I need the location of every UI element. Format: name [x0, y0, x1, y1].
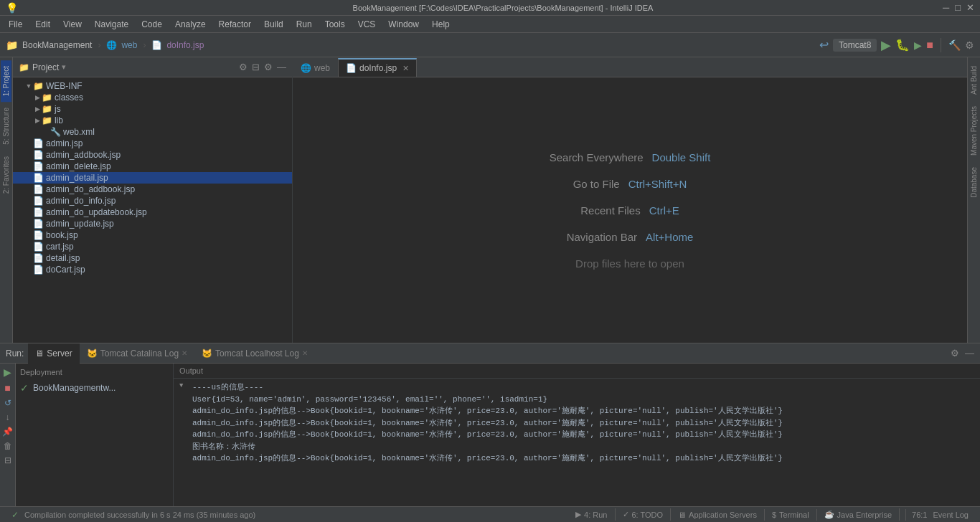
tree-item-admin-do-updatebook[interactable]: 📄 admin_do_updatebook.jsp [13, 207, 292, 218]
status-tab-run[interactable]: ▶ 4: Run [568, 508, 615, 521]
run-clear-icon[interactable]: 🗑 [4, 441, 12, 451]
status-bar: ✓ Compilation completed successfully in … [0, 506, 980, 522]
menu-item-help[interactable]: Help [426, 18, 456, 31]
shortcut-nav-bar: Navigation Bar Alt+Home [567, 231, 694, 243]
editor-area: 🌐 web 📄 doInfo.jsp ✕ Search Everywhere D… [293, 57, 967, 343]
tree-item-admin-addbook[interactable]: 📄 admin_addbook.jsp [13, 149, 292, 161]
server-name: BookManagementw... [33, 383, 116, 393]
tree-item-admin-delete[interactable]: 📄 admin_delete.jsp [13, 161, 292, 172]
tree-item-docart-jsp[interactable]: 📄 doCart.jsp [13, 264, 292, 275]
breadcrumb-web[interactable]: web [121, 40, 137, 50]
menu-item-tools[interactable]: Tools [319, 18, 351, 31]
run-body: ▶ ■ ↺ ↓ 📌 🗑 ⊟ Deployment ✓ BookManagemen… [0, 364, 980, 506]
shortcut-goto-file: Go to File Ctrl+Shift+N [573, 178, 687, 190]
tree-item-lib[interactable]: ▶ 📁 lib [13, 115, 292, 126]
window-title: BookManagement [F:\Codes\IDEA\PracticalP… [63, 4, 943, 12]
run-rerun-icon[interactable]: ↺ [4, 398, 11, 408]
settings2-icon[interactable]: ⚙ [264, 62, 273, 72]
run-config-label[interactable]: Tomcat8 [833, 39, 877, 52]
debug-button[interactable]: 🐛 [895, 38, 910, 52]
editor-content: Search Everywhere Double Shift Go to Fil… [293, 77, 967, 343]
database-tab[interactable]: Database [969, 161, 979, 204]
collapse-icon[interactable]: ⊟ [252, 62, 260, 72]
project-panel-title: Project [32, 62, 59, 72]
toolbar: 📁 BookManagement › 🌐 web › 📄 doInfo.jsp … [0, 33, 980, 57]
tree-item-admin-detail[interactable]: 📄 admin_detail.jsp [13, 172, 292, 184]
status-tab-terminal[interactable]: $ Terminal [765, 509, 817, 521]
run-pin-icon[interactable]: 📌 [2, 427, 13, 437]
tree-item-web-inf[interactable]: ▼ 📁 WEB-INF [13, 80, 292, 92]
status-tab-todo[interactable]: ✓ 6: TODO [616, 508, 672, 521]
status-ok-icon: ✓ [6, 510, 24, 520]
project-tab-vertical[interactable]: 1: Project [1, 60, 11, 102]
status-tab-java-enterprise[interactable]: ☕ Java Enterprise [817, 508, 900, 521]
menu-item-analyze[interactable]: Analyze [169, 18, 212, 31]
menu-item-navigate[interactable]: Navigate [89, 18, 134, 31]
tree-item-admin-do-addbook[interactable]: 📄 admin_do_addbook.jsp [13, 184, 292, 195]
close-button[interactable]: ✕ [966, 2, 974, 13]
coverage-button[interactable]: ▶ [914, 39, 922, 51]
tree-item-detail-jsp[interactable]: 📄 detail.jsp [13, 252, 292, 264]
project-panel: 📁 Project ▾ ⚙ ⊟ ⚙ — ▼ 📁 WEB-INF ▶ [13, 57, 293, 343]
hide-icon[interactable]: — [277, 62, 286, 72]
tree-item-js[interactable]: ▶ 📁 js [13, 103, 292, 115]
menu-item-view[interactable]: View [57, 18, 88, 31]
run-tab-tomcat-catalina[interactable]: 🐱 Tomcat Catalina Log ✕ [80, 343, 194, 364]
menu-item-run[interactable]: Run [291, 18, 318, 31]
tree-item-admin-do-info[interactable]: 📄 admin_do_info.jsp [13, 195, 292, 207]
server-entry[interactable]: ✓ BookManagementw... [20, 382, 169, 394]
menu-item-edit[interactable]: Edit [29, 18, 56, 31]
output-line-4: admin_do_info.jsp的信息-->Book{bookid=1, bo… [179, 429, 974, 441]
menu-bar: FileEditViewNavigateCodeAnalyzeRefactorB… [0, 16, 980, 33]
title-bar: 💡 BookManagement [F:\Codes\IDEA\Practica… [0, 0, 980, 16]
output-line-2: admin_do_info.jsp的信息-->Book{bookid=1, bo… [179, 405, 974, 417]
minimize-button[interactable]: ─ [943, 2, 949, 13]
menu-item-window[interactable]: Window [382, 18, 425, 31]
menu-item-code[interactable]: Code [136, 18, 168, 31]
sync-icon[interactable]: ⚙ [239, 62, 248, 72]
run-panel: Run: 🖥 Server 🐱 Tomcat Catalina Log ✕ 🐱 … [0, 343, 980, 506]
run-stop-icon[interactable]: ■ [4, 382, 10, 394]
file-tree: ▼ 📁 WEB-INF ▶ 📁 classes ▶ 📁 js ▶ 📁 lib [13, 77, 292, 343]
ant-build-tab[interactable]: Ant Build [969, 60, 979, 100]
tree-item-classes[interactable]: ▶ 📁 classes [13, 92, 292, 103]
settings-icon[interactable]: ⚙ [965, 39, 974, 51]
structure-tab[interactable]: 5: Structure [1, 102, 11, 151]
run-settings-icon[interactable]: ⚙ [951, 348, 959, 359]
run-fold-icon[interactable]: ⊟ [4, 455, 11, 465]
tree-item-web-xml[interactable]: 🔧 web.xml [13, 126, 292, 138]
run-output: ▼ ----us的信息---- User{id=53, name='admin'… [174, 379, 980, 506]
tree-item-admin-update[interactable]: 📄 admin_update.jsp [13, 218, 292, 229]
tree-item-book-jsp[interactable]: 📄 book.jsp [13, 229, 292, 241]
project-folder-icon: 📁 [19, 62, 29, 72]
menu-item-vcs[interactable]: VCS [352, 18, 382, 31]
maven-projects-tab[interactable]: Maven Projects [969, 100, 979, 161]
build-icon[interactable]: 🔨 [948, 39, 961, 51]
breadcrumb-file[interactable]: doInfo.jsp [166, 40, 204, 50]
menu-item-refactor[interactable]: Refactor [213, 18, 257, 31]
server-ok-icon: ✓ [20, 382, 29, 394]
tree-item-cart-jsp[interactable]: 📄 cart.jsp [13, 241, 292, 252]
stop-button[interactable]: ■ [926, 39, 933, 52]
event-log-button[interactable]: Event Log [933, 511, 974, 519]
back-icon[interactable]: ↩ [819, 38, 829, 52]
tab-web[interactable]: 🌐 web [293, 58, 338, 77]
favorites-tab[interactable]: 2: Favorites [1, 151, 11, 199]
run-button[interactable]: ▶ [881, 37, 891, 53]
output-line-6: admin_do_info.jsp的信息-->Book{bookid=1, bo… [179, 452, 974, 465]
tab-doinfo-jsp[interactable]: 📄 doInfo.jsp ✕ [338, 58, 417, 77]
maximize-button[interactable]: □ [955, 2, 961, 13]
run-hide-icon[interactable]: — [965, 348, 974, 359]
menu-item-file[interactable]: File [3, 18, 28, 31]
status-tab-app-servers[interactable]: 🖥 Application Servers [671, 509, 765, 521]
output-title: Output [174, 364, 980, 379]
run-tab-server[interactable]: 🖥 Server [28, 343, 79, 364]
tree-item-admin-jsp[interactable]: 📄 admin.jsp [13, 138, 292, 149]
run-tab-tomcat-localhost[interactable]: 🐱 Tomcat Localhost Log ✕ [194, 343, 315, 364]
project-header: 📁 Project ▾ ⚙ ⊟ ⚙ — [13, 57, 292, 77]
run-deployment-section: Deployment ✓ BookManagementw... [16, 364, 174, 506]
menu-item-build[interactable]: Build [258, 18, 289, 31]
run-scroll-icon[interactable]: ↓ [6, 412, 10, 422]
run-play-icon[interactable]: ▶ [4, 366, 11, 378]
right-sidebar-tabs: Ant Build Maven Projects Database [967, 57, 980, 343]
